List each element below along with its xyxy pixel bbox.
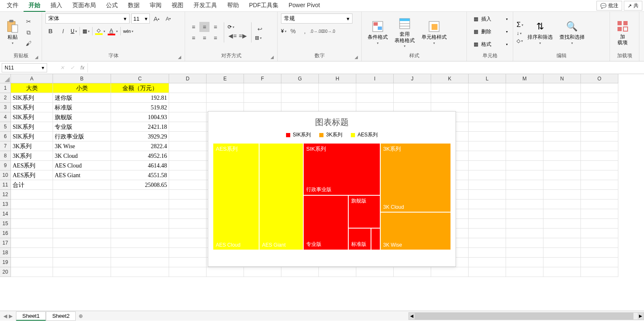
cell[interactable]: [469, 180, 506, 190]
cell[interactable]: AES系列: [11, 161, 53, 170]
menu-item-5[interactable]: 数据: [123, 0, 145, 12]
cell[interactable]: 旗舰版: [53, 112, 111, 122]
comma-button[interactable]: ,: [300, 26, 310, 36]
row-header[interactable]: 19: [0, 258, 11, 267]
cell[interactable]: [543, 83, 581, 93]
cell[interactable]: [581, 190, 618, 200]
align-top-button[interactable]: ≡: [188, 22, 199, 32]
cell[interactable]: [469, 132, 506, 141]
cell[interactable]: [506, 200, 543, 209]
cell[interactable]: 3929.29: [111, 132, 169, 141]
cell[interactable]: [506, 248, 543, 258]
cell[interactable]: [543, 200, 581, 209]
cell[interactable]: [581, 170, 618, 180]
cell[interactable]: [281, 267, 319, 277]
cell[interactable]: [543, 103, 581, 112]
accounting-format-button[interactable]: ¥▾: [281, 26, 286, 36]
column-header[interactable]: N: [543, 74, 581, 83]
cell[interactable]: [469, 267, 506, 277]
clear-button[interactable]: ◇▾: [517, 38, 523, 44]
sheet-nav-prev[interactable]: ◀: [3, 313, 7, 319]
align-left-button[interactable]: ≡: [188, 33, 199, 43]
cell[interactable]: [169, 267, 207, 277]
cell[interactable]: [169, 122, 207, 132]
cell[interactable]: [431, 93, 469, 103]
row-header[interactable]: 4: [0, 112, 11, 122]
copy-button[interactable]: ⧉: [24, 27, 34, 37]
cell[interactable]: [53, 209, 111, 219]
cell[interactable]: [207, 93, 244, 103]
cell[interactable]: 2421.18: [111, 122, 169, 132]
cell[interactable]: [543, 141, 581, 151]
fx-button[interactable]: fx: [77, 65, 87, 71]
cell[interactable]: 25008.65: [111, 180, 169, 190]
cell[interactable]: [169, 229, 207, 238]
cell[interactable]: [207, 267, 244, 277]
row-header[interactable]: 3: [0, 103, 11, 112]
cell[interactable]: [469, 141, 506, 151]
cell[interactable]: [11, 229, 53, 238]
cancel-formula-button[interactable]: ✕: [57, 65, 67, 71]
cell[interactable]: [469, 238, 506, 248]
dialog-launcher-icon[interactable]: ◢: [178, 55, 181, 59]
cell[interactable]: 4551.58: [111, 170, 169, 180]
cell[interactable]: [169, 83, 207, 93]
cell[interactable]: [11, 219, 53, 229]
border-button[interactable]: ▦▾: [82, 28, 90, 34]
cell[interactable]: [506, 190, 543, 200]
cell[interactable]: 4952.16: [111, 151, 169, 161]
cell[interactable]: [53, 190, 111, 200]
cell[interactable]: [506, 229, 543, 238]
cell[interactable]: [53, 248, 111, 258]
cell[interactable]: [581, 122, 618, 132]
cell[interactable]: [356, 267, 394, 277]
cell[interactable]: [53, 219, 111, 229]
cell[interactable]: [394, 83, 431, 93]
cell[interactable]: [506, 132, 543, 141]
cell[interactable]: [581, 229, 618, 238]
cell[interactable]: [506, 112, 543, 122]
row-header[interactable]: 20: [0, 267, 11, 277]
scroll-right-button[interactable]: ▶: [638, 313, 644, 319]
menu-item-10[interactable]: PDF工具集: [244, 0, 284, 12]
cell[interactable]: 行政事业版: [53, 132, 111, 141]
cell[interactable]: [169, 112, 207, 122]
row-header[interactable]: 5: [0, 122, 11, 132]
cell[interactable]: [581, 93, 618, 103]
increase-font-button[interactable]: A▴: [151, 13, 162, 24]
cell[interactable]: AES Giant: [53, 170, 111, 180]
cell[interactable]: [111, 209, 169, 219]
phonetic-button[interactable]: wén▾: [123, 29, 133, 34]
cell[interactable]: [169, 161, 207, 170]
cell[interactable]: [543, 122, 581, 132]
cell[interactable]: AES Cloud: [53, 161, 111, 170]
cell[interactable]: [53, 180, 111, 190]
cell[interactable]: 大类: [11, 83, 53, 93]
column-header[interactable]: G: [281, 74, 319, 83]
cell[interactable]: [431, 267, 469, 277]
cell[interactable]: [581, 103, 618, 112]
font-name-select[interactable]: 宋体 ▾: [45, 13, 130, 24]
cell[interactable]: [469, 122, 506, 132]
row-header[interactable]: 15: [0, 219, 11, 229]
cell[interactable]: [581, 248, 618, 258]
cell[interactable]: [53, 267, 111, 277]
cell[interactable]: [581, 219, 618, 229]
cell[interactable]: [469, 112, 506, 122]
cell[interactable]: [111, 258, 169, 267]
cell[interactable]: [543, 209, 581, 219]
cell[interactable]: [469, 258, 506, 267]
row-header[interactable]: 7: [0, 141, 11, 151]
cell[interactable]: [543, 219, 581, 229]
cell[interactable]: 3K系列: [11, 141, 53, 151]
column-header[interactable]: I: [356, 74, 394, 83]
cell[interactable]: [506, 122, 543, 132]
cell[interactable]: [169, 248, 207, 258]
sheet-nav-next[interactable]: ▶: [9, 313, 13, 319]
cell[interactable]: [319, 93, 356, 103]
cell[interactable]: [169, 170, 207, 180]
scroll-thumb[interactable]: [415, 313, 633, 319]
column-header[interactable]: E: [207, 74, 244, 83]
row-header[interactable]: 9: [0, 161, 11, 170]
cell[interactable]: [543, 180, 581, 190]
